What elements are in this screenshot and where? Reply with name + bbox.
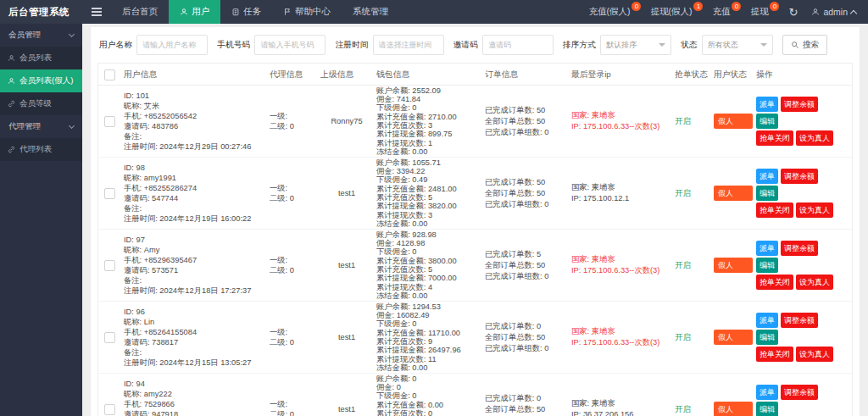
adjust-balance-button[interactable]: 调整余额: [781, 385, 818, 400]
info-line: ID: 94: [124, 379, 266, 389]
info-line: 累计充值金额: 11710.00: [376, 329, 481, 337]
withdraw-button[interactable]: 提现 0: [742, 0, 780, 24]
adjust-balance-button[interactable]: 调整余额: [781, 313, 818, 328]
info-line: 手机: +85264155084: [124, 327, 266, 337]
info-line: ID: 96: [124, 307, 266, 317]
invite-code-input[interactable]: [482, 35, 554, 55]
topbar-right: 充值(假人) 0 提现(假人) 1 充值 0 提现 0 ↻ admin: [580, 0, 868, 24]
recharge-fake-button[interactable]: 充值(假人) 0: [580, 0, 642, 24]
info-line: IP: 175.100.6.33--次数(3): [571, 121, 671, 132]
tab-help-center[interactable]: 帮助中心: [272, 0, 342, 24]
grab-status-text: 开启: [675, 260, 710, 271]
dispatch-order-button[interactable]: 派单: [756, 385, 778, 400]
filter-sort: 排序方式 默认排序: [563, 35, 671, 55]
parent-info-cell: test1: [320, 374, 376, 416]
info-line: 已完成订单组数: 0: [485, 343, 568, 354]
info-line: 邀请码: 483786: [124, 121, 266, 131]
info-line: 累计提现金额: 26497.96: [376, 346, 481, 354]
sort-select[interactable]: 默认排序: [600, 35, 671, 55]
dispatch-order-button[interactable]: 派单: [756, 97, 778, 112]
adjust-balance-button[interactable]: 调整余额: [781, 169, 818, 184]
close-grab-button[interactable]: 抢单关闭: [756, 202, 793, 218]
info-line: 一级:: [270, 111, 317, 121]
info-line: 手机: +85252056542: [124, 111, 266, 121]
row-checkbox[interactable]: [104, 116, 115, 127]
edit-button[interactable]: 编辑: [756, 114, 778, 129]
edit-button[interactable]: 编辑: [756, 186, 778, 201]
admin-user-menu[interactable]: admin: [806, 0, 861, 24]
info-line: ID: 97: [124, 235, 266, 245]
search-button[interactable]: 搜索: [782, 35, 828, 55]
quick-label: 充值(假人): [588, 6, 630, 18]
info-line: IP: 175.100.6.33--次数(3): [571, 265, 671, 276]
info-line: 备注:: [124, 203, 266, 214]
sidebar: 会员管理 会员列表 会员列表(假人) 会员等级 代理管理 代理列表: [0, 24, 82, 416]
agent-info-cell: 一级: 二级: 0: [270, 302, 320, 373]
info-line: 二级: 0: [270, 265, 317, 275]
set-real-user-button[interactable]: 设为真人: [796, 202, 833, 218]
order-info-cell: 已完成订单数: 0全部订单总数: 50已完成订单组数: 0: [485, 374, 571, 416]
action-line: 抢单关闭设为真人: [756, 130, 849, 146]
sidebar-item-agent-list[interactable]: 代理列表: [0, 138, 82, 161]
row-checkbox[interactable]: [104, 404, 115, 415]
user-info-cell: ID: 101昵称: 艾米手机: +85252056542邀请码: 483786…: [124, 86, 270, 157]
set-real-user-button[interactable]: 设为真人: [796, 275, 833, 290]
action-line: 编辑: [756, 114, 849, 129]
register-time-input[interactable]: [373, 35, 444, 55]
collapse-menu-button[interactable]: [82, 0, 111, 24]
sidebar-item-member-list-fake[interactable]: 会员列表(假人): [0, 69, 82, 92]
row-checkbox[interactable]: [104, 332, 115, 343]
recharge-button[interactable]: 充值 0: [704, 0, 742, 24]
status-select[interactable]: 所有状态: [702, 35, 773, 55]
dispatch-order-button[interactable]: 派单: [756, 169, 778, 184]
row-checkbox[interactable]: [104, 188, 115, 199]
tab-tasks[interactable]: 任务: [220, 0, 272, 24]
refresh-icon[interactable]: ↻: [780, 0, 806, 24]
close-grab-button[interactable]: 抢单关闭: [756, 275, 793, 290]
sidebar-group-member-management[interactable]: 会员管理: [0, 24, 82, 47]
select-all-checkbox[interactable]: [104, 69, 115, 80]
row-checkbox[interactable]: [104, 260, 115, 271]
sidebar-item-member-list[interactable]: 会员列表: [0, 47, 82, 69]
phone-input[interactable]: [254, 35, 326, 55]
action-line: 编辑: [756, 330, 849, 345]
tab-users[interactable]: 用户: [169, 0, 220, 24]
col-order-info: 订单信息: [485, 69, 571, 80]
table-body: ID: 101昵称: 艾米手机: +85252056542邀请码: 483786…: [98, 86, 852, 416]
info-line: 账户余额: 928.98: [376, 230, 481, 239]
set-real-user-button[interactable]: 设为真人: [796, 130, 833, 146]
edit-button[interactable]: 编辑: [756, 402, 778, 416]
withdraw-fake-button[interactable]: 提现(假人) 1: [642, 0, 704, 24]
dispatch-order-button[interactable]: 派单: [756, 241, 778, 256]
adjust-balance-button[interactable]: 调整余额: [781, 241, 818, 256]
sidebar-item-label: 会员列表: [19, 53, 52, 64]
info-line: 累计提现次数: 1: [376, 139, 481, 147]
edit-button[interactable]: 编辑: [756, 258, 778, 273]
tab-dashboard[interactable]: 后台首页: [111, 0, 169, 24]
set-real-user-button[interactable]: 设为真人: [796, 347, 833, 362]
info-line: 注册时间: 2024年12月18日 17:27:37: [124, 286, 266, 296]
info-line: 累计充值次数: 0: [376, 409, 481, 416]
tab-system-settings[interactable]: 系统管理: [342, 0, 399, 24]
sidebar-item-label: 会员等级: [19, 98, 52, 109]
info-line: 累计提现次数: 11: [376, 355, 481, 363]
info-line: 累计提现金额: 899.75: [376, 130, 481, 138]
table-row: ID: 101昵称: 艾米手机: +85252056542邀请码: 483786…: [98, 86, 852, 158]
table-row: ID: 98昵称: amy1991手机: +85255286274邀请码: 54…: [98, 158, 852, 230]
close-grab-button[interactable]: 抢单关闭: [756, 130, 793, 146]
top-navbar: 后台管理系统 后台首页 用户 任务 帮助中心 系统管理 充值(假人) 0 提现(…: [0, 0, 868, 24]
info-line: 一级:: [270, 183, 317, 193]
sidebar-item-label: 会员列表(假人): [19, 75, 73, 86]
row-actions: 派单调整余额编辑抢单关闭设为真人: [756, 374, 852, 416]
username-input[interactable]: [136, 35, 208, 55]
edit-button[interactable]: 编辑: [756, 330, 778, 345]
sidebar-item-member-level[interactable]: 会员等级: [0, 92, 82, 115]
last-login-cell: 国家: 柬埔寨IP: 175.100.6.33--次数(3): [571, 302, 675, 373]
adjust-balance-button[interactable]: 调整余额: [781, 97, 818, 112]
person-icon: [8, 77, 15, 85]
sidebar-group-agent-management[interactable]: 代理管理: [0, 115, 82, 138]
dispatch-order-button[interactable]: 派单: [756, 313, 778, 328]
info-line: 累计提现金额: 7000.00: [376, 274, 481, 282]
person-icon: [811, 8, 820, 16]
close-grab-button[interactable]: 抢单关闭: [756, 347, 793, 362]
